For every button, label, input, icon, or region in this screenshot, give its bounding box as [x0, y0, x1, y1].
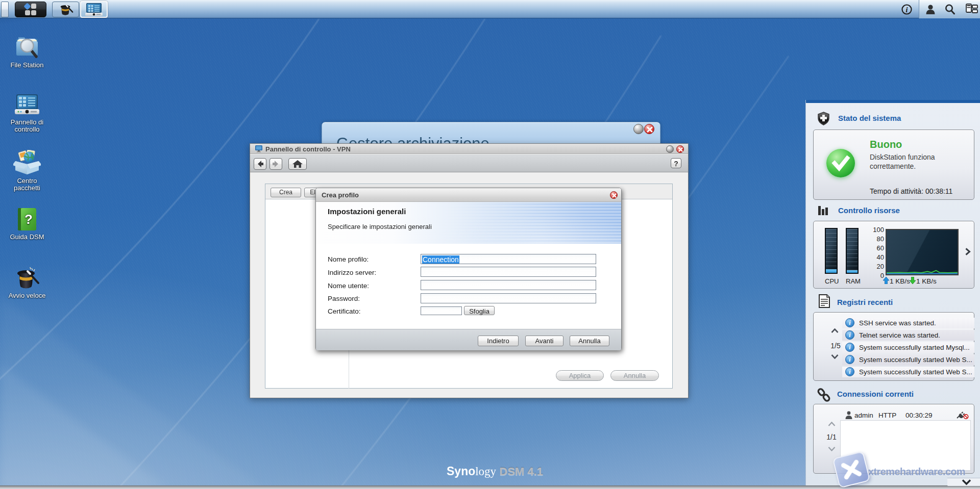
svg-text:i: i — [906, 6, 908, 14]
svg-text:?: ? — [24, 212, 33, 227]
